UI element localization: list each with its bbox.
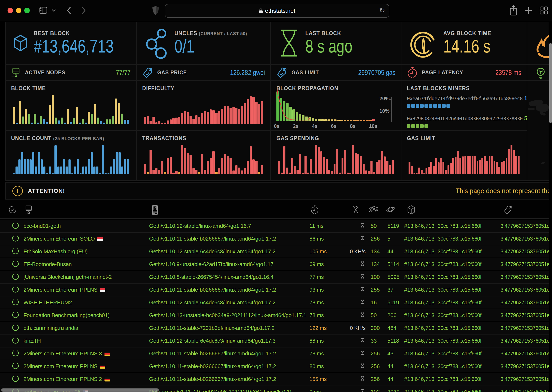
uncles-value: 0/1 xyxy=(174,37,235,56)
node-last-block: #13,646,713 xyxy=(404,376,435,382)
chart-bar xyxy=(508,149,510,174)
node-total-difficulty: 3.477962715376051e+2 xyxy=(501,363,549,369)
node-name[interactable]: kinΞTH xyxy=(23,338,41,344)
node-last-block: #13,646,713 xyxy=(404,274,435,280)
node-status-icon xyxy=(12,260,19,267)
zoom-window-button[interactable] xyxy=(24,8,30,13)
horizontal-scrollbar[interactable] xyxy=(1,388,159,392)
node-name[interactable]: EthSolo.MaxHash.org (EU) xyxy=(23,248,87,255)
node-total-difficulty: 3.477962715376051e+2 xyxy=(501,376,549,382)
node-name[interactable]: 2Miners.com Ethereum PPLNS xyxy=(23,363,105,370)
privacy-shield-icon[interactable] xyxy=(152,5,159,15)
attention-marquee: This page does not represent the xyxy=(456,187,549,195)
country-flag-sg xyxy=(100,288,105,292)
chart-bar xyxy=(82,119,84,124)
chart-bar xyxy=(167,120,169,124)
chart-bar xyxy=(411,166,413,174)
share-icon[interactable] xyxy=(509,5,517,16)
close-window-button[interactable] xyxy=(7,8,13,13)
node-name[interactable]: Foundation Benchmarking(bench01) xyxy=(23,312,109,319)
node-name[interactable]: WISE-ETHEREUM2 xyxy=(23,299,72,306)
reload-button[interactable]: ↻ xyxy=(379,6,385,14)
node-peers: 256 xyxy=(371,350,380,357)
chart-bar xyxy=(207,112,209,124)
node-block-hash: 30ccf783...c15f660f xyxy=(438,249,481,255)
forward-button[interactable] xyxy=(81,6,86,15)
chart-bar xyxy=(291,158,293,174)
node-last-block: #13,646,713 xyxy=(404,287,435,293)
node-peers: 50 xyxy=(371,223,377,229)
chart-bar xyxy=(127,159,129,174)
chart-bar xyxy=(518,156,520,174)
chart-bar xyxy=(227,156,229,174)
node-name[interactable]: bce-bnd01-geth xyxy=(23,223,61,229)
chart-bar xyxy=(100,121,102,124)
status-icon xyxy=(8,205,17,214)
node-row: kinΞTHGeth/v1.10.12-stable-6c4dc6c3/linu… xyxy=(0,335,549,347)
chart-bar xyxy=(334,164,336,174)
miner-address[interactable]: 0x829BD824B016326A401d083B33D092293333A8… xyxy=(407,116,523,121)
node-client-version: Geth/v1.10.12-stable-6c4dc6c3/linux-amd6… xyxy=(149,299,276,306)
gauge-icon xyxy=(409,28,438,59)
node-status-cell xyxy=(12,336,19,345)
chart-bar xyxy=(155,122,158,124)
chart-bar xyxy=(29,159,32,174)
node-peers: 255 xyxy=(371,287,380,293)
sidebar-toggle-icon[interactable] xyxy=(39,6,49,15)
back-button[interactable] xyxy=(66,6,72,15)
transactions-chart-title: TRANSACTIONS xyxy=(142,135,186,142)
chart-bar xyxy=(299,154,301,174)
chart-bar xyxy=(232,170,235,174)
tab-overview-icon[interactable] xyxy=(539,6,548,15)
chart-bar xyxy=(355,153,357,174)
chart-bar xyxy=(494,161,495,174)
new-tab-icon[interactable] xyxy=(525,7,532,14)
chart-bar xyxy=(68,159,71,174)
chart-bar xyxy=(318,119,320,121)
node-peers: 300 xyxy=(371,325,380,331)
node-pending: 5095 xyxy=(387,274,400,280)
chart-bar xyxy=(496,162,498,174)
node-pending: 5118 xyxy=(387,338,399,344)
node-name[interactable]: 2Miners.com Ethereum SOLO xyxy=(23,236,103,242)
node-block-hash: 30ccf783...c15f660f xyxy=(438,261,481,267)
node-name[interactable]: [Universa Blockchain] geth-mainnet-2 xyxy=(23,274,112,280)
node-name[interactable]: EF-Bootnode-Busan xyxy=(23,261,72,267)
chart-bar xyxy=(455,157,457,174)
miner-address[interactable]: 0xea674fdde714fd979de3edf0f56aa9716b898e… xyxy=(407,96,523,101)
node-mining-cell xyxy=(347,222,366,230)
block-icon xyxy=(407,205,416,215)
vertical-scrollbar[interactable] xyxy=(549,43,552,123)
block-time-chart-title: BLOCK TIME xyxy=(11,85,46,92)
chart-bar xyxy=(181,145,183,174)
node-name[interactable]: 2Miners.com Ethereum PPLNS xyxy=(23,287,105,293)
node-name[interactable]: 2Miners.com Ethereum PPLNS 2 xyxy=(23,376,110,382)
node-status-cell xyxy=(12,273,19,281)
chart-bar xyxy=(443,162,444,174)
address-bar[interactable]: ethstats.net ↻ xyxy=(165,4,389,18)
chart-bar xyxy=(506,158,508,174)
chart-bar xyxy=(320,151,323,174)
country-flag-de xyxy=(100,365,105,369)
chart-bar xyxy=(164,123,166,124)
node-name[interactable]: 2Miners.com Ethereum PPLNS 3 xyxy=(23,350,110,357)
chart-bar xyxy=(232,107,235,124)
chart-bar xyxy=(161,123,163,124)
minimize-window-button[interactable] xyxy=(16,8,21,13)
chart-bar xyxy=(229,108,232,124)
node-pending: 206 xyxy=(387,312,396,319)
node-status-cell xyxy=(12,362,19,371)
node-pending: 2039 xyxy=(387,389,400,392)
node-name[interactable]: eth.icanmining.ru aridia xyxy=(23,325,78,331)
chart-bar xyxy=(31,123,33,124)
gas-limit-bars xyxy=(409,145,520,174)
chart-bar xyxy=(93,104,96,124)
chart-bar xyxy=(19,101,21,124)
sidebar-chevron-icon[interactable] xyxy=(51,8,56,12)
chart-bar xyxy=(93,167,95,174)
chart-bar xyxy=(416,173,418,174)
chart-bar xyxy=(13,107,15,124)
node-total-difficulty: 3.477962715376051e+2 xyxy=(501,325,549,331)
node-latency: 78 ms xyxy=(309,350,324,357)
chart-bar xyxy=(110,167,112,174)
